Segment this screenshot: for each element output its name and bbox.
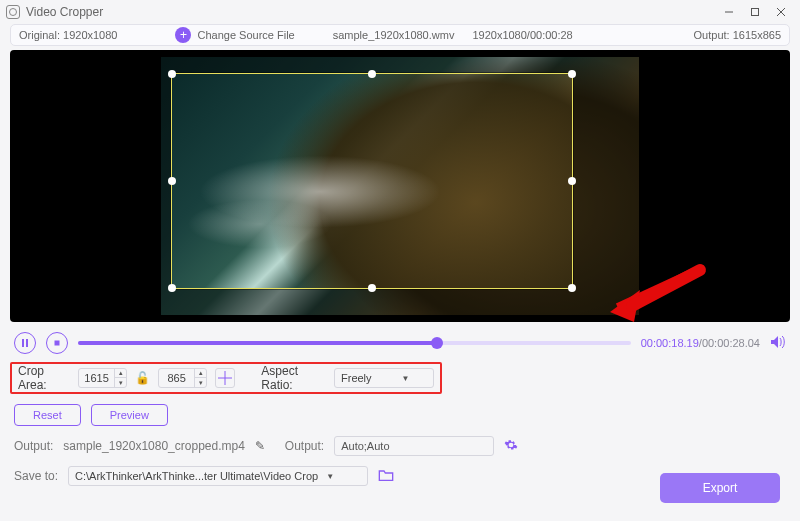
seek-knob[interactable]: [431, 337, 443, 349]
window-title: Video Cropper: [26, 5, 103, 19]
crop-height-value: 865: [159, 372, 194, 384]
svg-rect-1: [752, 9, 759, 16]
crop-area-label: Crop Area:: [18, 364, 70, 392]
output-file-name: sample_1920x1080_cropped.mp4: [63, 439, 244, 453]
save-to-label: Save to:: [14, 469, 58, 483]
seek-slider[interactable]: [78, 341, 631, 345]
crop-handle-tm[interactable]: [368, 70, 376, 78]
crop-handle-mr[interactable]: [568, 177, 576, 185]
crop-width-up[interactable]: ▴: [115, 368, 126, 378]
time-current: 00:00:18.19: [641, 337, 699, 349]
app-logo-icon: [6, 5, 20, 19]
save-path-value: C:\ArkThinker\ArkThinke...ter Ultimate\V…: [75, 470, 318, 482]
stop-button[interactable]: [46, 332, 68, 354]
change-source-button[interactable]: + Change Source File: [175, 27, 294, 43]
timecode: 00:00:18.19/00:00:28.04: [641, 337, 760, 349]
crop-width-down[interactable]: ▾: [115, 378, 126, 388]
original-size: Original: 1920x1080: [19, 29, 117, 41]
output-mode-field[interactable]: Auto;Auto: [334, 436, 494, 456]
crop-handle-bl[interactable]: [168, 284, 176, 292]
aspect-ratio-label: Aspect Ratio:: [261, 364, 326, 392]
svg-rect-6: [22, 339, 24, 347]
time-duration: 00:00:28.04: [702, 337, 760, 349]
crop-height-input[interactable]: 865 ▴▾: [158, 368, 207, 388]
video-preview-area: [10, 50, 790, 322]
crop-width-value: 1615: [79, 372, 114, 384]
volume-button[interactable]: [770, 335, 786, 352]
aspect-ratio-select[interactable]: Freely ▼: [334, 368, 434, 388]
close-button[interactable]: [768, 2, 794, 22]
export-button[interactable]: Export: [660, 473, 780, 503]
output-size-label: Output:: [694, 29, 730, 41]
crop-handle-tr[interactable]: [568, 70, 576, 78]
maximize-button[interactable]: [742, 2, 768, 22]
save-path-select[interactable]: C:\ArkThinker\ArkThinke...ter Ultimate\V…: [68, 466, 368, 486]
svg-rect-7: [26, 339, 28, 347]
plus-icon: +: [175, 27, 191, 43]
chevron-down-icon: ▼: [402, 374, 410, 383]
original-value: 1920x1080: [63, 29, 117, 41]
aspect-ratio-value: Freely: [341, 372, 372, 384]
output-size: Output: 1615x865: [694, 29, 781, 41]
output-mode-value: Auto;Auto: [341, 440, 389, 452]
crop-handle-ml[interactable]: [168, 177, 176, 185]
crop-handle-bm[interactable]: [368, 284, 376, 292]
reset-button[interactable]: Reset: [14, 404, 81, 426]
crop-height-down[interactable]: ▾: [195, 378, 206, 388]
crop-width-input[interactable]: 1615 ▴▾: [78, 368, 127, 388]
crop-height-up[interactable]: ▴: [195, 368, 206, 378]
info-bar: Original: 1920x1080 + Change Source File…: [10, 24, 790, 46]
source-size-duration: 1920x1080/00:00:28: [472, 29, 572, 41]
output-mode-label: Output:: [285, 439, 324, 453]
video-frame[interactable]: [161, 57, 639, 315]
minimize-button[interactable]: [716, 2, 742, 22]
titlebar: Video Cropper: [0, 0, 800, 24]
crop-controls-highlight: Crop Area: 1615 ▴▾ 🔓 865 ▴▾ Aspect Ratio…: [10, 362, 442, 394]
output-size-value: 1615x865: [733, 29, 781, 41]
crop-rectangle[interactable]: [171, 73, 573, 289]
output-file-label: Output:: [14, 439, 53, 453]
chevron-down-icon: ▼: [326, 472, 334, 481]
svg-rect-8: [55, 341, 60, 346]
playback-bar: 00:00:18.19/00:00:28.04: [14, 332, 786, 354]
center-crop-button[interactable]: [215, 368, 235, 388]
window-controls: [716, 2, 794, 22]
change-source-label: Change Source File: [197, 29, 294, 41]
output-settings-icon[interactable]: [504, 438, 518, 455]
source-filename: sample_1920x1080.wmv: [333, 29, 455, 41]
original-label: Original:: [19, 29, 60, 41]
open-folder-icon[interactable]: [378, 468, 394, 485]
crop-handle-tl[interactable]: [168, 70, 176, 78]
lock-aspect-icon[interactable]: 🔓: [135, 371, 150, 385]
svg-line-5: [632, 270, 700, 306]
crop-handle-br[interactable]: [568, 284, 576, 292]
pause-button[interactable]: [14, 332, 36, 354]
preview-button[interactable]: Preview: [91, 404, 168, 426]
edit-filename-icon[interactable]: ✎: [255, 439, 265, 453]
